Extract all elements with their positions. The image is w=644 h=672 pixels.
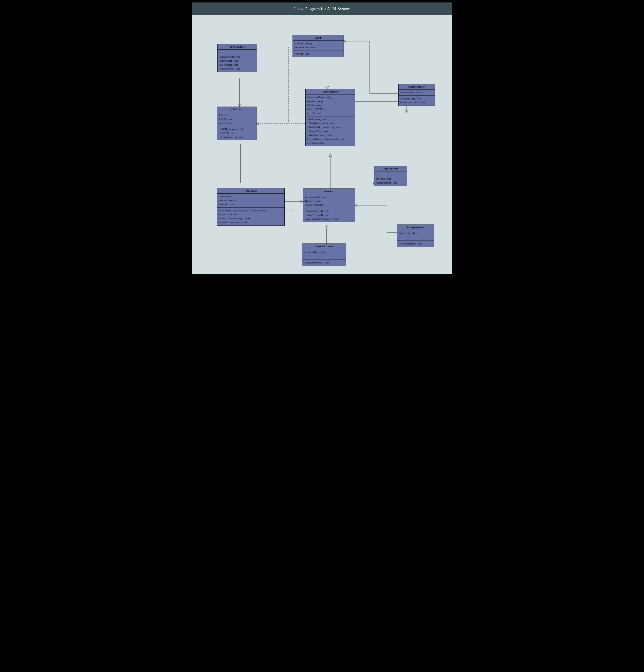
class-ops: +AcceptCard() : bool+ReadCard() : void+E…: [218, 54, 257, 72]
class-title: CurrentAccount: [302, 244, 346, 249]
class-attrs: -InterestRate : float: [397, 230, 434, 236]
class-title: Card Scanner: [218, 44, 257, 50]
class-ops: +SetPIN(in number : void+GetPIN() : int+…: [217, 126, 256, 140]
class-attrs: +Location : string+BranchName : string: [293, 41, 343, 51]
class-attrs: - Date : object-Amount : double- Deposit…: [217, 194, 284, 208]
diagram-header: Class Diagram for ATM System: [192, 2, 452, 15]
class-atm-card: ATMCard -PIN : int-CardID : long-Acc : A…: [217, 107, 256, 140]
class-attrs: [374, 171, 407, 176]
class-savings-account: SavingsAccount -InterestRate : float +Ca…: [397, 225, 434, 247]
class-attrs: -PIN : int-CardID : long-Acc : Accont: [217, 112, 256, 126]
class-card-scanner: Card Scanner +AcceptCard() : bool+ReadCa…: [217, 44, 257, 72]
class-ops: +SupplyCash() : float+GenerateReceipt() …: [399, 96, 435, 106]
class-ops: +Show() : void: [293, 51, 343, 57]
class-account: Account -AccountNumber : int-Balance : d…: [303, 189, 355, 222]
class-attrs: -AvaliableCash :float: [399, 89, 435, 96]
class-ops: +CalculateIntrest() void: [397, 241, 434, 247]
class-attrs: -AccountNumber : int-Balance : double-Tr…: [303, 194, 355, 208]
class-cash-dispenser: CashDispenser -AvaliableCash :float +Sup…: [398, 84, 435, 106]
class-bank-customer: BankCustomer - CustomerName : string- Ad…: [305, 89, 355, 146]
page-title: Class Diagram for ATM System: [293, 7, 351, 12]
class-title: Account: [303, 189, 355, 194]
class-transaction: Transaction - Date : object-Amount : dou…: [217, 188, 284, 226]
diagram-canvas: Card Scanner +AcceptCard() : bool+ReadCa…: [192, 15, 452, 274]
class-title: ATM: [293, 35, 343, 41]
class-ops: + CalculateBalance(in Balance : double) …: [217, 208, 284, 226]
class-current-account: CurrentAccount -intInterestRate : float …: [302, 243, 346, 266]
class-attrs: - CustomerName : string- Address : sting…: [306, 95, 355, 117]
class-title: DisplayScreen: [374, 166, 407, 171]
class-ops: +CalculateIntrest() void+UpdateAccount()…: [303, 208, 355, 222]
class-spacer: [397, 236, 434, 241]
class-title: Transaction: [217, 188, 284, 194]
class-ops: + InsertCard() : void+ SlectTranssaction…: [306, 117, 355, 146]
class-title: SavingsAccount: [397, 225, 434, 230]
class-title: ATMCard: [217, 107, 256, 112]
class-spacer: [302, 255, 346, 260]
svg-marker-1: [329, 154, 332, 156]
class-ops: +CalculateInterest() : void: [302, 260, 346, 266]
class-attrs: -intInterestRate : float: [302, 249, 346, 255]
class-title: CashDispenser: [399, 84, 435, 89]
diagram-frame: Class Diagram for ATM System: [190, 0, 454, 276]
class-title: BankCustomer: [306, 89, 355, 95]
class-atm: ATM +Location : string+BranchName : stri…: [293, 35, 344, 57]
class-display-screen: DisplayScreen +Prompt() void+Acceptinput…: [374, 166, 407, 186]
svg-marker-2: [325, 225, 328, 228]
class-ops: +Prompt() void+Acceptinput() : void: [374, 176, 407, 186]
class-attrs: [218, 50, 257, 54]
